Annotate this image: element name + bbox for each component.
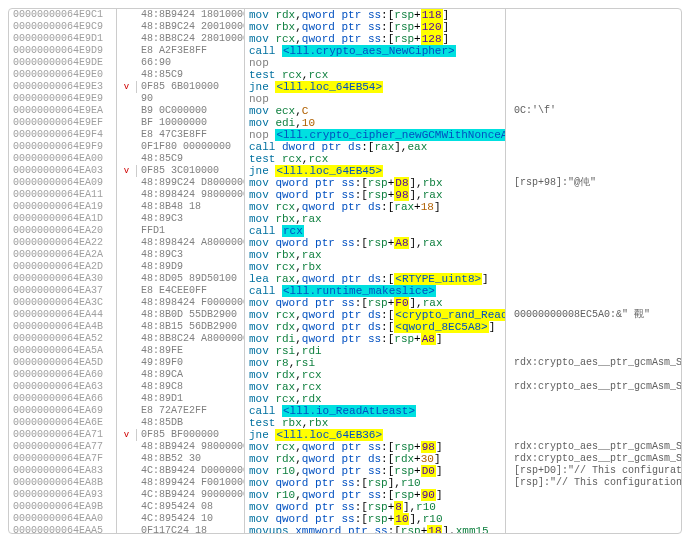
instruction-cell[interactable]: mov qword ptr ss:[rsp+A8],rax — [245, 237, 506, 249]
disasm-row[interactable]: 00000000064E9D148:8B8C24 28010000mov rcx… — [9, 33, 681, 45]
disasm-row[interactable]: 00000000064E9C948:8B9C24 20010000mov rbx… — [9, 21, 681, 33]
disasm-row[interactable]: 00000000064E9DE66:90nop — [9, 57, 681, 69]
instruction-cell[interactable]: mov rdx,qword ptr ss:[rsp+118] — [245, 9, 506, 21]
disasm-row[interactable]: 00000000064EA934C:8B9424 90000000mov r10… — [9, 489, 681, 501]
address-cell: 00000000064E9C9 — [9, 21, 117, 33]
instruction-cell[interactable]: mov qword ptr ss:[rsp+8],r10 — [245, 501, 506, 513]
disasm-row[interactable]: 00000000064EA8B48:899424 F0010000mov qwo… — [9, 477, 681, 489]
disasm-row[interactable]: 00000000064EA6048:89CAmov rdx,rcx — [9, 369, 681, 381]
disasm-row[interactable]: 00000000064EA20FFD1call rcx — [9, 225, 681, 237]
disasm-row[interactable]: 00000000064EA1948:8B48 18mov rcx,qword p… — [9, 201, 681, 213]
instruction-cell[interactable]: mov rdx,qword ptr ds:[rdx+30] — [245, 453, 506, 465]
instruction-cell[interactable]: mov rbx,qword ptr ss:[rsp+120] — [245, 21, 506, 33]
disasm-row[interactable]: 00000000064EA7748:8B9424 98000000mov rcx… — [9, 441, 681, 453]
disasm-row[interactable]: 00000000064EA71v0F85 BF000000jne <lll.lo… — [9, 429, 681, 441]
bytes-cell: E8 E4CEE0FF — [137, 285, 245, 297]
instruction-cell[interactable]: nop — [245, 57, 506, 69]
instruction-cell[interactable]: jne <lll.loc_64EB45> — [245, 165, 506, 177]
instruction-cell[interactable]: mov rbx,rax — [245, 249, 506, 261]
instruction-cell[interactable]: mov ecx,C — [245, 105, 506, 117]
instruction-cell[interactable]: call dword ptr ds:[rax],eax — [245, 141, 506, 153]
instruction-cell[interactable]: mov rdx,rcx — [245, 369, 506, 381]
disasm-row[interactable]: 00000000064EA0948:899C24 D8000000mov qwo… — [9, 177, 681, 189]
instruction-cell[interactable]: call <lll.io_ReadAtLeast> — [245, 405, 506, 417]
disasm-row[interactable]: 00000000064EA69E8 72A7E2FFcall <lll.io_R… — [9, 405, 681, 417]
instruction-cell[interactable]: mov rcx,qword ptr ss:[rsp+98] — [245, 441, 506, 453]
disasm-row[interactable]: 00000000064EA4448:8B0D 55DB2900mov rcx,q… — [9, 309, 681, 321]
disasm-row[interactable]: 00000000064E9F90F1F80 00000000call dword… — [9, 141, 681, 153]
disasm-row[interactable]: 00000000064EA6648:89D1mov rcx,rdx — [9, 393, 681, 405]
disasm-row[interactable]: 00000000064EA4B48:8B15 56DB2900mov rdx,q… — [9, 321, 681, 333]
disasm-row[interactable]: 00000000064E9D9E8 A2F3E8FFcall <lll.cryp… — [9, 45, 681, 57]
disasm-row[interactable]: 00000000064EA6E48:85DBtest rbx,rbx — [9, 417, 681, 429]
disasm-row[interactable]: 00000000064EA5248:8B8C24 A8000000mov rdi… — [9, 333, 681, 345]
disasm-row[interactable]: 00000000064EA3C48:898424 F0000000mov qwo… — [9, 297, 681, 309]
instruction-cell[interactable]: call <lll.crypto_aes_NewCipher> — [245, 45, 506, 57]
disasm-row[interactable]: 00000000064E9E990nop — [9, 93, 681, 105]
disassembly-listing[interactable]: 00000000064E9C148:8B9424 18010000mov rdx… — [9, 9, 681, 534]
instruction-cell[interactable]: mov qword ptr ss:[rsp+98],rax — [245, 189, 506, 201]
bytes-cell: 0F85 3C010000 — [137, 165, 245, 177]
instruction-cell[interactable]: movups xmmword ptr ss:[rsp+18],xmm15 — [245, 525, 506, 534]
disasm-row[interactable]: 00000000064EA0048:85C9test rcx,rcx — [9, 153, 681, 165]
instruction-cell[interactable]: mov qword ptr ss:[rsp],r10 — [245, 477, 506, 489]
address-cell: 00000000064EA09 — [9, 177, 117, 189]
disasm-row[interactable]: 00000000064E9C148:8B9424 18010000mov rdx… — [9, 9, 681, 21]
instruction-cell[interactable]: mov rax,rcx — [245, 381, 506, 393]
instruction-cell[interactable]: mov qword ptr ss:[rsp+D8],rbx — [245, 177, 506, 189]
disasm-row[interactable]: 00000000064EA37E8 E4CEE0FFcall <lll.runt… — [9, 285, 681, 297]
instruction-cell[interactable]: mov r10,qword ptr ss:[rsp+90] — [245, 489, 506, 501]
instruction-cell[interactable]: test rcx,rcx — [245, 69, 506, 81]
instruction-cell[interactable]: mov rbx,rax — [245, 213, 506, 225]
instruction-cell[interactable]: mov rcx,qword ptr ds:[rax+18] — [245, 201, 506, 213]
instruction-cell[interactable]: test rbx,rbx — [245, 417, 506, 429]
disasm-row[interactable]: 00000000064E9EAB9 0C000000mov ecx,C0C:'\… — [9, 105, 681, 117]
disasm-row[interactable]: 00000000064EA2248:898424 A8000000mov qwo… — [9, 237, 681, 249]
instruction-cell[interactable]: mov rcx,rdx — [245, 393, 506, 405]
disasm-row[interactable]: 00000000064EA2A48:89C3mov rbx,rax — [9, 249, 681, 261]
instruction-cell[interactable]: mov rcx,qword ptr ds:[<crypto_rand_Reade… — [245, 309, 506, 321]
bytes-cell: 48:85C9 — [137, 69, 245, 81]
instruction-cell[interactable]: mov rcx,qword ptr ss:[rsp+128] — [245, 33, 506, 45]
instruction-cell[interactable]: call <lll.runtime_makeslice> — [245, 285, 506, 297]
instruction-cell[interactable]: nop <lll.crypto_cipher_newGCMWithNonceAn… — [245, 129, 506, 141]
instruction-cell[interactable]: mov r10,qword ptr ss:[rsp+D0] — [245, 465, 506, 477]
disasm-row[interactable]: 00000000064EA1D48:89C3mov rbx,rax — [9, 213, 681, 225]
xref-cell: rdx:crypto_aes__ptr_gcmAsm_Sea — [506, 381, 681, 393]
disasm-row[interactable]: 00000000064EA5D49:89F0mov r8,rsirdx:cryp… — [9, 357, 681, 369]
disasm-row[interactable]: 00000000064EA03v0F85 3C010000jne <lll.lo… — [9, 165, 681, 177]
disasm-row[interactable]: 00000000064E9E048:85C9test rcx,rcx — [9, 69, 681, 81]
disasm-row[interactable]: 00000000064EA2D48:89D9mov rcx,rbx — [9, 261, 681, 273]
instruction-cell[interactable]: mov qword ptr ss:[rsp+10],r10 — [245, 513, 506, 525]
instruction-cell[interactable]: jne <lll.loc_64EB54> — [245, 81, 506, 93]
instruction-cell[interactable]: mov r8,rsi — [245, 357, 506, 369]
disasm-row[interactable]: 00000000064EA7F48:8B52 30mov rdx,qword p… — [9, 453, 681, 465]
disasm-row[interactable]: 00000000064E9F4E8 47C3E8FFnop <lll.crypt… — [9, 129, 681, 141]
bytes-cell: 4C:895424 10 — [137, 513, 245, 525]
disasm-row[interactable]: 00000000064EA3048:8D05 89D50100lea rax,q… — [9, 273, 681, 285]
disasm-row[interactable]: 00000000064E9E3v0F85 6B010000jne <lll.lo… — [9, 81, 681, 93]
instruction-cell[interactable]: lea rax,qword ptr ds:[<RTYPE_uint8>] — [245, 273, 506, 285]
bytes-cell: 48:8B48 18 — [137, 201, 245, 213]
instruction-cell[interactable]: mov rdi,qword ptr ss:[rsp+A8] — [245, 333, 506, 345]
disasm-row[interactable]: 00000000064EA9B4C:895424 08mov qword ptr… — [9, 501, 681, 513]
bytes-cell: 48:85DB — [137, 417, 245, 429]
disasm-row[interactable]: 00000000064EAA04C:895424 10mov qword ptr… — [9, 513, 681, 525]
bytes-cell: 4C:8B9424 90000000 — [137, 489, 245, 501]
disasm-row[interactable]: 00000000064EAA50F117C24 18movups xmmword… — [9, 525, 681, 534]
disasm-row[interactable]: 00000000064E9EFBF 10000000mov edi,10 — [9, 117, 681, 129]
disasm-row[interactable]: 00000000064EA5A48:89FEmov rsi,rdi — [9, 345, 681, 357]
disasm-row[interactable]: 00000000064EA6348:89C8mov rax,rcxrdx:cry… — [9, 381, 681, 393]
instruction-cell[interactable]: test rcx,rcx — [245, 153, 506, 165]
instruction-cell[interactable]: mov rcx,rbx — [245, 261, 506, 273]
instruction-cell[interactable]: nop — [245, 93, 506, 105]
disasm-row[interactable]: 00000000064EA834C:8B9424 D0000000mov r10… — [9, 465, 681, 477]
instruction-cell[interactable]: mov rsi,rdi — [245, 345, 506, 357]
instruction-cell[interactable]: mov qword ptr ss:[rsp+F0],rax — [245, 297, 506, 309]
instruction-cell[interactable]: jne <lll.loc_64EB36> — [245, 429, 506, 441]
bytes-cell: 48:898424 F0000000 — [137, 297, 245, 309]
instruction-cell[interactable]: call rcx — [245, 225, 506, 237]
disasm-row[interactable]: 00000000064EA1148:898424 98000000mov qwo… — [9, 189, 681, 201]
instruction-cell[interactable]: mov edi,10 — [245, 117, 506, 129]
instruction-cell[interactable]: mov rdx,qword ptr ds:[<qword_8EC5A8>] — [245, 321, 506, 333]
